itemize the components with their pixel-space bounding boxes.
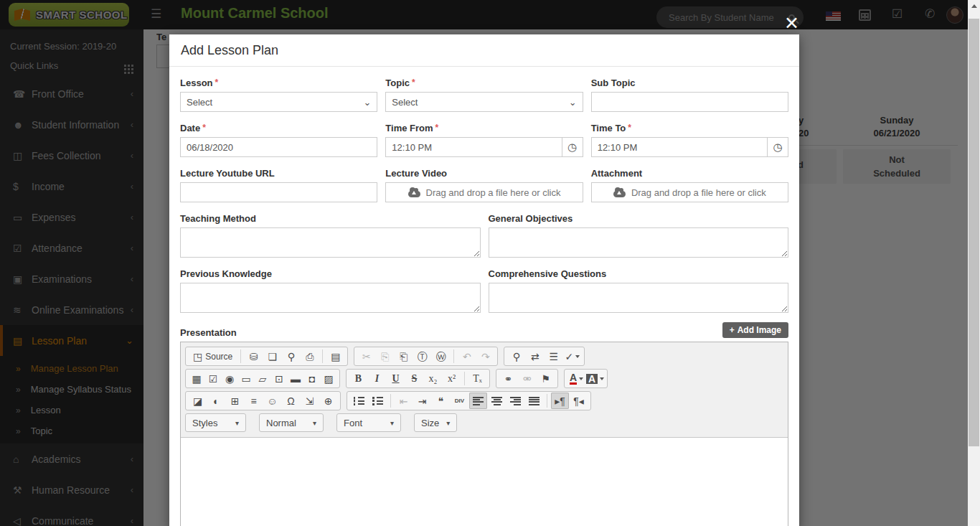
unlink-icon: ⚮: [518, 370, 536, 387]
form-icon[interactable]: ▦: [189, 370, 204, 387]
find-icon[interactable]: ⚲: [507, 348, 525, 365]
anchor-icon[interactable]: ⚑: [537, 370, 555, 387]
underline-icon[interactable]: U: [387, 370, 405, 387]
teaching-method-label: Teaching Method: [180, 213, 256, 224]
numbered-list-icon[interactable]: [350, 393, 368, 409]
app-root: SMART SCHOOL ☰ Mount Carmel School ☑ ✆ C…: [0, 0, 980, 526]
youtube-url-label: Lecture Youtube URL: [180, 168, 275, 179]
paste-text-icon[interactable]: Ⓣ: [413, 348, 431, 365]
page-scrollbar: [968, 0, 980, 526]
outdent-icon: ⇤: [395, 393, 413, 409]
hidden-field-icon[interactable]: ▨: [321, 370, 336, 387]
lesson-select[interactable]: Select ⌄: [180, 92, 377, 112]
modal-title: Add Lesson Plan: [181, 43, 278, 57]
source-icon: ◳: [193, 352, 202, 362]
toolbar-separator: [322, 349, 323, 363]
format-combo[interactable]: Normal ▾: [259, 413, 324, 432]
close-icon[interactable]: ✕: [784, 14, 799, 32]
source-button[interactable]: ◳ Source: [189, 348, 237, 365]
attachment-dropzone[interactable]: Drag and drop a file here or click: [591, 182, 788, 202]
align-justify-icon[interactable]: [525, 393, 543, 409]
toolbar-separator: [464, 372, 465, 385]
strike-icon[interactable]: S: [405, 370, 423, 387]
align-center-icon[interactable]: [488, 393, 506, 409]
attachment-label: Attachment: [591, 168, 643, 179]
date-input[interactable]: [180, 137, 377, 157]
bold-icon[interactable]: B: [349, 370, 367, 387]
radio-icon[interactable]: ◉: [222, 370, 237, 387]
image-icon[interactable]: ◪: [189, 393, 207, 409]
lecture-video-dropzone[interactable]: Drag and drop a file here or click: [385, 182, 583, 202]
replace-icon[interactable]: ⇄: [526, 348, 544, 365]
bidi-ltr-icon[interactable]: ▸¶: [551, 393, 569, 409]
editor-content-area[interactable]: [181, 438, 788, 526]
preview-icon[interactable]: ⚲: [282, 348, 300, 365]
bulleted-list-icon[interactable]: [369, 393, 387, 409]
upload-cloud-icon: [613, 191, 626, 197]
font-combo[interactable]: Font ▾: [336, 413, 401, 432]
topic-select[interactable]: Select ⌄: [385, 92, 583, 112]
remove-format-icon[interactable]: Tₓ: [468, 370, 486, 387]
scrollbar-up-arrow[interactable]: [968, 0, 980, 12]
align-left-icon[interactable]: [469, 393, 487, 409]
size-combo[interactable]: Size ▾: [414, 413, 457, 432]
indent-icon[interactable]: ⇥: [413, 393, 431, 409]
table-icon[interactable]: ⊞: [226, 393, 244, 409]
undo-icon: ↶: [458, 348, 476, 365]
time-from-input[interactable]: [385, 137, 561, 157]
toolbar-separator: [390, 394, 391, 408]
spell-check-icon[interactable]: ✓: [563, 348, 581, 365]
templates-icon[interactable]: ▤: [326, 348, 344, 365]
div-container-icon[interactable]: DIV: [451, 393, 468, 409]
time-to-input[interactable]: [591, 137, 767, 157]
text-field-icon[interactable]: ▭: [238, 370, 254, 387]
italic-icon[interactable]: I: [368, 370, 386, 387]
subscript-icon[interactable]: x₂: [424, 370, 442, 387]
presentation-editor: ◳ Source ⛁❏⚲⎙▤ ✂⎘⎗ⓉⓌ↶↷ ⚲⇄☰✓ ▦☑◉▭▱⊡▬◘▨ BI…: [180, 342, 788, 526]
styles-combo[interactable]: Styles ▾: [185, 413, 246, 432]
align-right-icon[interactable]: [507, 393, 524, 409]
bidi-rtl-icon[interactable]: ¶◂: [570, 393, 588, 409]
paste-word-icon[interactable]: Ⓦ: [432, 348, 450, 365]
paste-icon[interactable]: ⎗: [395, 348, 413, 365]
superscript-icon[interactable]: x²: [443, 370, 461, 387]
save-icon[interactable]: ⛁: [245, 348, 263, 365]
clock-icon[interactable]: ◷: [562, 137, 583, 157]
text-color-icon[interactable]: A: [567, 370, 585, 387]
print-icon[interactable]: ⎙: [301, 348, 319, 365]
scrollbar-thumb[interactable]: [969, 19, 979, 446]
clock-icon[interactable]: ◷: [767, 137, 788, 157]
general-objectives-textarea[interactable]: [489, 227, 789, 258]
iframe-icon[interactable]: ⊕: [319, 393, 337, 409]
chevron-down-icon: ▾: [235, 419, 239, 427]
comprehensive-questions-textarea[interactable]: [489, 283, 789, 313]
horizontal-rule-icon[interactable]: ≡: [245, 393, 263, 409]
chevron-down-icon: ▾: [390, 419, 394, 427]
general-objectives-label: General Objectives: [489, 213, 573, 224]
link-icon[interactable]: ⚭: [499, 370, 517, 387]
smiley-icon[interactable]: ☺: [263, 393, 281, 409]
new-page-icon[interactable]: ❏: [263, 348, 281, 365]
sub-topic-label: Sub Topic: [591, 78, 636, 88]
add-image-button[interactable]: +Add Image: [722, 322, 788, 338]
teaching-method-textarea[interactable]: [180, 227, 481, 258]
lesson-label: Lesson: [180, 78, 213, 88]
lecture-video-label: Lecture Video: [385, 168, 447, 179]
blockquote-icon[interactable]: ❝: [432, 393, 450, 409]
comprehensive-questions-label: Comprehensive Questions: [489, 268, 607, 279]
add-lesson-plan-modal: ✕ Add Lesson Plan Lesson* Select ⌄ Topic…: [169, 34, 799, 526]
bg-color-icon[interactable]: A: [586, 370, 604, 387]
select-field-icon[interactable]: ⊡: [271, 370, 287, 387]
button-icon[interactable]: ▬: [288, 370, 303, 387]
sub-topic-input[interactable]: [591, 92, 788, 112]
select-all-icon[interactable]: ☰: [545, 348, 562, 365]
page-break-icon[interactable]: ⇲: [301, 393, 319, 409]
toolbar-separator: [240, 349, 241, 363]
checkbox-icon[interactable]: ☑: [205, 370, 221, 387]
previous-knowledge-textarea[interactable]: [180, 283, 481, 313]
flash-icon[interactable]: ◐: [207, 393, 225, 409]
textarea-icon[interactable]: ▱: [255, 370, 270, 387]
youtube-url-input[interactable]: [180, 182, 377, 202]
special-char-icon[interactable]: Ω: [282, 393, 300, 409]
image-button-icon[interactable]: ◘: [304, 370, 320, 387]
